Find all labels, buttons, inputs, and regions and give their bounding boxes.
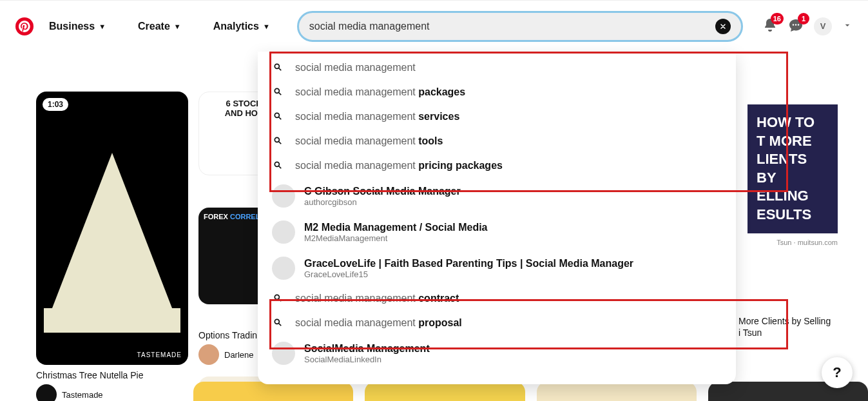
- profile-name: C Gibson Social Media Manager: [304, 186, 461, 197]
- search-icon: [273, 136, 284, 147]
- svg-point-5: [275, 88, 279, 93]
- search-icon: [273, 63, 284, 73]
- svg-line-16: [279, 323, 282, 326]
- svg-point-9: [275, 137, 279, 142]
- search-icon: [273, 293, 284, 304]
- pin-byline[interactable]: Tastemade: [36, 384, 188, 401]
- author-name: Darlene: [224, 350, 254, 360]
- nav-analytics-label: Analytics: [213, 21, 259, 32]
- nav-create-label: Create: [138, 21, 170, 32]
- pin-card[interactable]: 1:03 TASTEMADE Christmas Tree Nutella Pi…: [36, 92, 188, 401]
- svg-line-12: [279, 166, 282, 168]
- profile-avatar: [272, 184, 295, 208]
- search-suggestion-term[interactable]: social media management packages: [258, 80, 736, 104]
- svg-line-4: [279, 68, 282, 70]
- nav-business-label: Business: [49, 21, 95, 32]
- svg-line-8: [279, 117, 282, 119]
- search-icon: [273, 161, 284, 171]
- video-duration: 1:03: [43, 98, 68, 111]
- author-avatar: [36, 384, 57, 401]
- pin-card[interactable]: [537, 382, 697, 401]
- header-icons: 16 1 V: [762, 17, 853, 35]
- search-clear-button[interactable]: [715, 19, 731, 34]
- profile-username: authorcgibson: [304, 197, 461, 207]
- notifications-badge: 16: [771, 13, 784, 24]
- pin-thumbnail[interactable]: 1:03 TASTEMADE: [36, 92, 188, 365]
- pin-thumbnail[interactable]: HOW TO T MORE LIENTS BY ELLING ESULTS Ts…: [735, 92, 851, 311]
- notifications-button[interactable]: 16: [762, 17, 778, 35]
- pin-card[interactable]: [193, 382, 353, 401]
- search-suggestion-profile[interactable]: GraceLoveLife | Faith Based Parenting Ti…: [258, 250, 736, 286]
- search-suggestion-term[interactable]: social media management proposal: [258, 311, 736, 335]
- search-suggestion-term[interactable]: social media management contract: [258, 286, 736, 311]
- search-suggestion-profile[interactable]: M2 Media Management / Social MediaM2Medi…: [258, 214, 736, 250]
- svg-point-13: [275, 295, 279, 299]
- pin-title: More Clients by Selling: [735, 316, 851, 326]
- svg-point-3: [275, 64, 279, 68]
- svg-line-14: [279, 298, 282, 301]
- search-suggestion-profile[interactable]: SocialMedia ManagementSocialMediaLinkedI…: [258, 335, 736, 371]
- profile-username: SocialMediaLinkedIn: [304, 355, 430, 364]
- search-input[interactable]: [309, 21, 715, 32]
- pin-card[interactable]: HOW TO T MORE LIENTS BY ELLING ESULTS Ts…: [735, 92, 851, 338]
- search-suggestion-term[interactable]: social media management: [258, 55, 736, 80]
- search-icon: [273, 318, 284, 329]
- chevron-down-icon: [842, 20, 853, 30]
- suggestion-text: social media management packages: [295, 86, 465, 98]
- suggestion-text: social media management tools: [295, 135, 443, 147]
- search-suggestion-term[interactable]: social media management services: [258, 104, 736, 129]
- profile-avatar: [272, 257, 295, 280]
- messages-badge: 1: [798, 13, 809, 24]
- profile-name: M2 Media Management / Social Media: [304, 222, 488, 233]
- svg-line-6: [279, 92, 282, 95]
- svg-point-0: [793, 24, 794, 25]
- profile-username: M2MediaManagement: [304, 233, 488, 243]
- pinterest-icon: [19, 21, 30, 32]
- author-avatar: [198, 344, 219, 365]
- suggestion-text: social media management proposal: [295, 317, 462, 329]
- nav-analytics[interactable]: Analytics ▼: [208, 21, 275, 32]
- close-icon: [719, 23, 727, 30]
- header: Business ▼ Create ▼ Analytics ▼ 16 1 V: [0, 0, 868, 52]
- suggestion-text: social media management services: [295, 111, 459, 122]
- chevron-down-icon: ▼: [99, 23, 106, 30]
- svg-point-2: [798, 24, 799, 25]
- pin-title: Christmas Tree Nutella Pie: [36, 370, 188, 380]
- bottom-pins-row: [193, 382, 868, 401]
- nav-business[interactable]: Business ▼: [44, 21, 111, 32]
- search-box[interactable]: [297, 11, 743, 42]
- profile-username: GraceLoveLife15: [304, 269, 633, 279]
- profile-name: GraceLoveLife | Faith Based Parenting Ti…: [304, 258, 633, 269]
- search-suggestion-profile[interactable]: C Gibson Social Media Managerauthorcgibs…: [258, 178, 736, 214]
- svg-point-7: [275, 113, 279, 117]
- profile-avatar: [272, 220, 295, 244]
- messages-button[interactable]: 1: [788, 17, 804, 35]
- svg-line-10: [279, 141, 282, 144]
- profile-avatar: [272, 342, 295, 365]
- svg-point-15: [275, 319, 279, 324]
- avatar[interactable]: V: [814, 17, 832, 35]
- search-suggestion-term[interactable]: social media management tools: [258, 129, 736, 153]
- search-suggestion-term[interactable]: social media management pricing packages: [258, 153, 736, 178]
- svg-point-11: [275, 162, 279, 166]
- pin-card[interactable]: [365, 382, 525, 401]
- watermark: TASTEMADE: [137, 351, 182, 358]
- author-name: Tastemade: [62, 390, 103, 400]
- search-wrap: [297, 11, 743, 42]
- account-menu-button[interactable]: [842, 20, 853, 32]
- profile-name: SocialMedia Management: [304, 343, 430, 355]
- chevron-down-icon: ▼: [174, 23, 181, 30]
- chevron-down-icon: ▼: [263, 23, 270, 30]
- help-button[interactable]: ?: [822, 357, 853, 388]
- search-suggestions-panel: social media managementsocial media mana…: [258, 52, 736, 384]
- svg-point-1: [795, 24, 796, 25]
- suggestion-text: social media management contract: [295, 293, 459, 304]
- search-icon: [273, 112, 284, 122]
- author-name: i Tsun: [735, 328, 851, 338]
- search-icon: [273, 87, 284, 98]
- pinterest-logo[interactable]: [15, 17, 34, 35]
- suggestion-text: social media management: [295, 62, 416, 73]
- suggestion-text: social media management pricing packages: [295, 160, 503, 171]
- nav-create[interactable]: Create ▼: [133, 21, 186, 32]
